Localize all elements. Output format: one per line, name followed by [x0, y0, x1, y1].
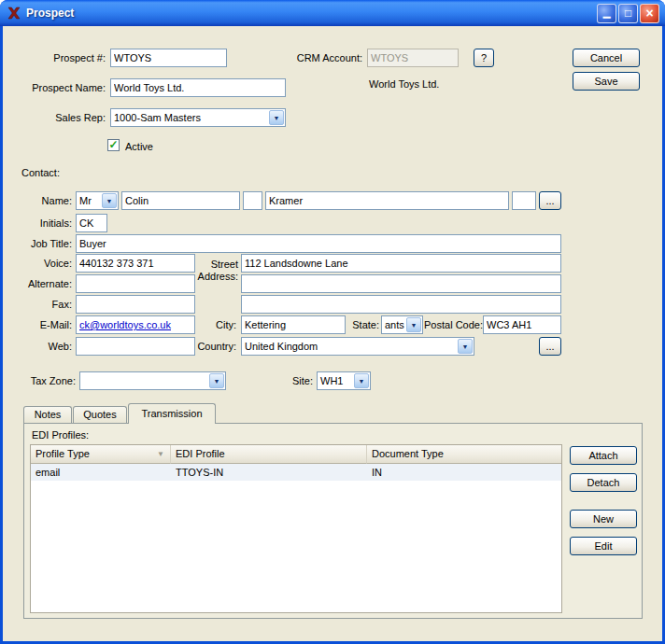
cell-edi-profile: TTOYS-IN — [171, 464, 367, 481]
arrow-glyph: ▼ — [411, 322, 417, 329]
tax-zone-value — [80, 372, 208, 389]
site-select[interactable]: WH1 ▼ — [317, 371, 371, 390]
email-field[interactable]: ck@worldtoys.co.uk — [76, 315, 195, 334]
cell-profile-type: email — [31, 464, 171, 481]
active-label: Active — [125, 140, 153, 153]
edi-profiles-label: EDI Profiles: — [32, 428, 89, 441]
honorific-value: Mr — [77, 192, 101, 209]
postal-code-label: Postal Code: — [424, 318, 481, 331]
email-link[interactable]: ck@worldtoys.co.uk — [79, 319, 171, 330]
crm-account-label: CRM Account: — [278, 51, 362, 64]
prospect-window: Prospect ▁ □ × Prospect #: CRM Account: … — [0, 0, 665, 644]
job-title-input[interactable] — [76, 234, 561, 253]
alternate-label: Alternate: — [8, 277, 72, 290]
country-select[interactable]: United Kingdom ▼ — [241, 337, 474, 356]
fax-input[interactable] — [76, 295, 195, 314]
active-checkbox[interactable]: ✓ — [107, 139, 120, 151]
address-line1-input[interactable] — [241, 254, 561, 273]
column-header-profile-type[interactable]: Profile Type ▼ — [31, 445, 171, 464]
window-content: Prospect #: CRM Account: ? World Toys Lt… — [3, 26, 662, 641]
sales-rep-select[interactable]: 1000-Sam Masters ▼ — [110, 108, 286, 127]
dropdown-arrow-icon: ▼ — [458, 339, 473, 354]
column-header-document-type[interactable]: Document Type — [367, 445, 561, 464]
tax-zone-label: Tax Zone: — [16, 374, 76, 387]
column-label: EDI Profile — [176, 448, 225, 459]
prospect-name-input[interactable] — [110, 78, 286, 97]
initials-label: Initials: — [8, 217, 72, 230]
address-line2-input[interactable] — [241, 274, 561, 293]
maximize-icon: □ — [625, 7, 631, 19]
detach-button[interactable]: Detach — [570, 473, 637, 492]
tab-quotes[interactable]: Quotes — [73, 406, 127, 423]
app-icon — [7, 6, 21, 21]
alternate-input[interactable] — [76, 274, 195, 293]
tax-zone-select[interactable]: ▼ — [79, 371, 226, 390]
state-select[interactable]: ants ▼ — [381, 315, 423, 334]
contact-section-label: Contact: — [21, 166, 60, 179]
country-value: United Kingdom — [242, 338, 457, 355]
save-button[interactable]: Save — [573, 72, 640, 91]
crm-account-input — [367, 49, 459, 67]
window-controls: ▁ □ × — [597, 4, 659, 23]
column-label: Document Type — [372, 448, 444, 459]
dropdown-arrow-icon: ▼ — [102, 193, 117, 208]
name-label: Name: — [8, 194, 72, 207]
cell-document-type: IN — [367, 464, 561, 481]
postal-code-input[interactable] — [483, 315, 561, 334]
web-input[interactable] — [76, 337, 195, 356]
sort-desc-icon: ▼ — [157, 445, 164, 463]
tab-notes[interactable]: Notes — [23, 406, 72, 423]
country-label: Country: — [188, 340, 236, 353]
attach-button[interactable]: Attach — [570, 446, 637, 465]
site-value: WH1 — [318, 372, 353, 389]
first-name-input[interactable] — [121, 191, 240, 210]
crm-help-button[interactable]: ? — [474, 49, 494, 67]
transmission-panel: EDI Profiles: Profile Type ▼ EDI Profile… — [23, 423, 643, 619]
maximize-button[interactable]: □ — [618, 4, 638, 23]
street-address-label: Street Address: — [191, 259, 238, 283]
country-search-button[interactable]: ... — [539, 337, 561, 356]
last-name-input[interactable] — [265, 191, 509, 210]
crm-account-name: World Toys Ltd. — [369, 77, 439, 91]
initials-input[interactable] — [76, 214, 107, 232]
close-icon: × — [645, 7, 653, 20]
dropdown-arrow-icon: ▼ — [269, 110, 284, 125]
window-title: Prospect — [26, 7, 74, 20]
close-button[interactable]: × — [640, 4, 659, 23]
site-label: Site: — [281, 374, 313, 387]
email-label: E-Mail: — [8, 318, 72, 331]
table-row[interactable]: email TTOYS-IN IN — [31, 464, 561, 481]
edit-button[interactable]: Edit — [570, 537, 637, 555]
contact-search-button[interactable]: ... — [539, 191, 561, 210]
column-header-edi-profile[interactable]: EDI Profile — [171, 445, 367, 464]
dropdown-arrow-icon: ▼ — [354, 373, 369, 388]
honorific-select[interactable]: Mr ▼ — [76, 191, 119, 210]
edi-profiles-table[interactable]: Profile Type ▼ EDI Profile Document Type… — [30, 444, 562, 613]
state-label: State: — [347, 318, 379, 331]
dropdown-arrow-icon: ▼ — [406, 317, 421, 332]
address-line3-input[interactable] — [241, 295, 561, 314]
fax-label: Fax: — [8, 298, 72, 311]
web-label: Web: — [8, 340, 72, 353]
minimize-button[interactable]: ▁ — [597, 4, 616, 23]
title-bar[interactable]: Prospect ▁ □ × — [0, 0, 665, 26]
arrow-glyph: ▼ — [462, 343, 469, 350]
cancel-button[interactable]: Cancel — [573, 49, 640, 67]
city-input[interactable] — [241, 315, 346, 334]
table-header: Profile Type ▼ EDI Profile Document Type — [31, 445, 561, 464]
column-label: Profile Type — [35, 448, 90, 459]
prospect-number-input[interactable] — [110, 49, 227, 67]
sales-rep-value: 1000-Sam Masters — [111, 109, 268, 126]
minimize-icon: ▁ — [603, 8, 611, 18]
middle-initial-input[interactable] — [243, 191, 262, 210]
dropdown-arrow-icon: ▼ — [209, 373, 224, 388]
arrow-glyph: ▼ — [274, 115, 280, 121]
tab-transmission[interactable]: Transmission — [128, 403, 216, 424]
check-icon: ✓ — [108, 138, 118, 151]
suffix-input[interactable] — [512, 191, 536, 210]
voice-input[interactable] — [76, 254, 195, 273]
arrow-glyph: ▼ — [359, 378, 365, 385]
new-button[interactable]: New — [570, 510, 637, 528]
arrow-glyph: ▼ — [106, 198, 113, 204]
sales-rep-label: Sales Rep: — [20, 111, 106, 124]
